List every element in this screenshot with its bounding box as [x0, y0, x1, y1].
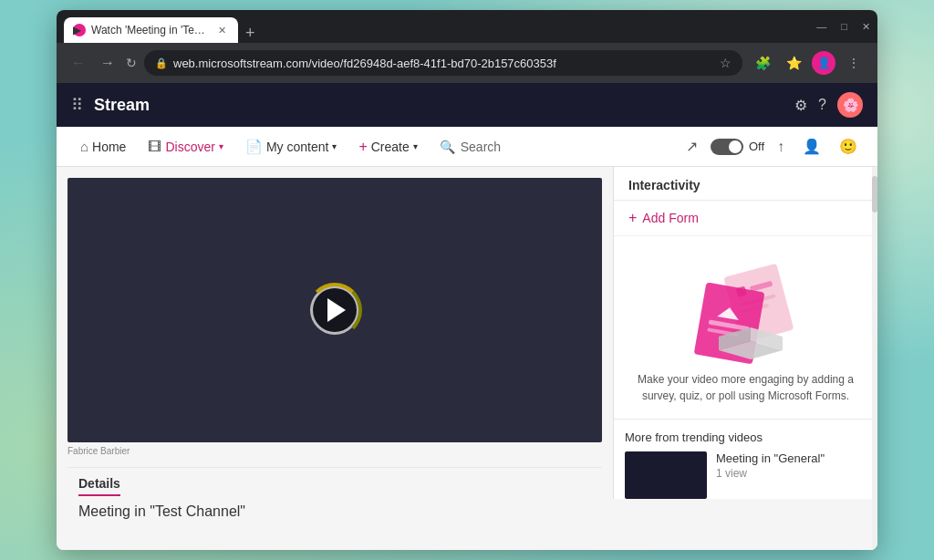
address-box[interactable]: 🔒 web.microsoftstream.com/video/fd26948d… [144, 50, 742, 76]
share-icon[interactable]: ↗ [680, 134, 703, 159]
chrome-actions: 🧩 ⭐ 👤 ⋮ [750, 50, 867, 76]
chrome-titlebar: ▶ Watch 'Meeting in 'Test Channe... ✕ + … [57, 10, 877, 43]
trending-section: More from trending videos Meeting in "Ge… [614, 420, 877, 499]
trending-info: Meeting in "General" 1 view [716, 451, 825, 480]
close-button[interactable]: ✕ [862, 21, 870, 33]
stream-header: ⠿ Stream ⚙ ? 🌸 [57, 83, 877, 127]
chrome-addressbar: ← → ↻ 🔒 web.microsoftstream.com/video/fd… [57, 43, 877, 83]
main-content: Fabrice Barbier Details Meeting in "Test… [57, 167, 877, 550]
help-icon[interactable]: ? [818, 97, 826, 113]
home-icon: ⌂ [80, 139, 88, 154]
add-form-button[interactable]: + Add Form [614, 201, 877, 236]
trending-video-title: Meeting in "General" [716, 451, 825, 465]
nav-home[interactable]: ⌂ Home [71, 127, 135, 167]
video-player[interactable] [67, 178, 602, 442]
right-panel: Interactivity + Add Form [613, 167, 877, 499]
scrollbar-track [872, 167, 877, 550]
video-caption: Fabrice Barbier [67, 442, 602, 460]
nav-my-content-label: My content [266, 140, 328, 154]
nav-home-label: Home [92, 140, 126, 154]
search-icon: 🔍 [440, 140, 455, 154]
trending-thumbnail [625, 451, 707, 499]
window-controls: — □ ✕ [809, 21, 870, 33]
back-button[interactable]: ← [67, 51, 89, 75]
minimize-button[interactable]: — [816, 21, 826, 32]
upload-icon[interactable]: ↑ [772, 135, 790, 159]
extension-icon[interactable]: 🧩 [750, 50, 775, 76]
nav-discover[interactable]: 🎞 Discover ▾ [139, 127, 232, 167]
trending-views: 1 view [716, 467, 825, 480]
toggle-knob [729, 140, 742, 153]
address-text: web.microsoftstream.com/video/fd26948d-a… [173, 57, 556, 70]
toggle-off-label: Off [749, 140, 764, 153]
video-title: Meeting in "Test Channel" [78, 503, 591, 520]
toggle-group: Off [711, 139, 764, 155]
nav-create-label: Create [371, 140, 410, 154]
waffle-icon[interactable]: ⠿ [71, 95, 83, 115]
my-content-chevron-icon: ▾ [332, 141, 337, 151]
video-section: Fabrice Barbier Details Meeting in "Test… [57, 167, 613, 550]
app-container: ⠿ Stream ⚙ ? 🌸 ⌂ Home 🎞 Discover ▾ 📄 My … [57, 83, 877, 550]
forms-illustration [682, 254, 810, 364]
reload-button[interactable]: ↻ [126, 56, 137, 70]
user-avatar[interactable]: 🌸 [837, 92, 863, 118]
interactivity-header: Interactivity [614, 167, 877, 201]
tab-title: Watch 'Meeting in 'Test Channe... [91, 24, 210, 36]
nav-create[interactable]: + Create ▾ [349, 135, 426, 159]
nav-discover-label: Discover [165, 140, 214, 154]
settings-icon[interactable]: ⚙ [794, 97, 807, 114]
active-tab[interactable]: ▶ Watch 'Meeting in 'Test Channe... ✕ [64, 17, 238, 43]
maximize-button[interactable]: □ [841, 21, 847, 32]
play-button[interactable] [310, 285, 359, 335]
lock-icon: 🔒 [155, 57, 168, 69]
play-ring-decoration [307, 283, 362, 337]
tab-bar: ▶ Watch 'Meeting in 'Test Channe... ✕ + [64, 10, 805, 43]
discover-icon: 🎞 [148, 139, 161, 154]
toggle-switch[interactable] [711, 139, 743, 155]
search-label: Search [461, 140, 501, 154]
add-form-label: Add Form [642, 211, 698, 225]
header-actions: ⚙ ? 🌸 [794, 92, 863, 118]
interactivity-illustration: Make your video more engaging by adding … [614, 236, 877, 419]
scrollbar-thumb[interactable] [872, 176, 877, 213]
extension2-icon[interactable]: ⭐ [781, 50, 806, 76]
nav-search[interactable]: 🔍 Search [431, 140, 510, 154]
new-tab-button[interactable]: + [238, 24, 263, 43]
illustration-text: Make your video more engaging by adding … [628, 371, 863, 404]
tab-close-button[interactable]: ✕ [215, 24, 229, 37]
create-chevron-icon: ▾ [413, 141, 418, 151]
details-section: Details Meeting in "Test Channel" [67, 475, 602, 520]
stream-logo: Stream [94, 96, 150, 115]
trending-title: More from trending videos [625, 430, 867, 444]
add-icon: + [628, 210, 637, 226]
my-content-icon: 📄 [245, 139, 263, 155]
plus-icon: + [358, 139, 367, 155]
nav-my-content[interactable]: 📄 My content ▾ [236, 127, 346, 167]
bookmark-icon[interactable]: ☆ [720, 56, 732, 70]
people-icon[interactable]: 👤 [797, 134, 826, 159]
details-tab[interactable]: Details [78, 476, 120, 496]
menu-icon[interactable]: ⋮ [841, 50, 867, 76]
right-panel-wrapper: Interactivity + Add Form [613, 167, 877, 550]
profile-avatar[interactable]: 👤 [812, 51, 835, 75]
forward-button[interactable]: → [97, 51, 119, 75]
emoji-icon[interactable]: 🙂 [834, 134, 863, 159]
nav-bar: ⌂ Home 🎞 Discover ▾ 📄 My content ▾ + Cre… [57, 127, 877, 167]
tab-favicon: ▶ [73, 24, 86, 36]
discover-chevron-icon: ▾ [219, 141, 223, 151]
nav-right: ↗ Off ↑ 👤 🙂 [680, 134, 863, 159]
trending-item[interactable]: Meeting in "General" 1 view [625, 451, 867, 499]
